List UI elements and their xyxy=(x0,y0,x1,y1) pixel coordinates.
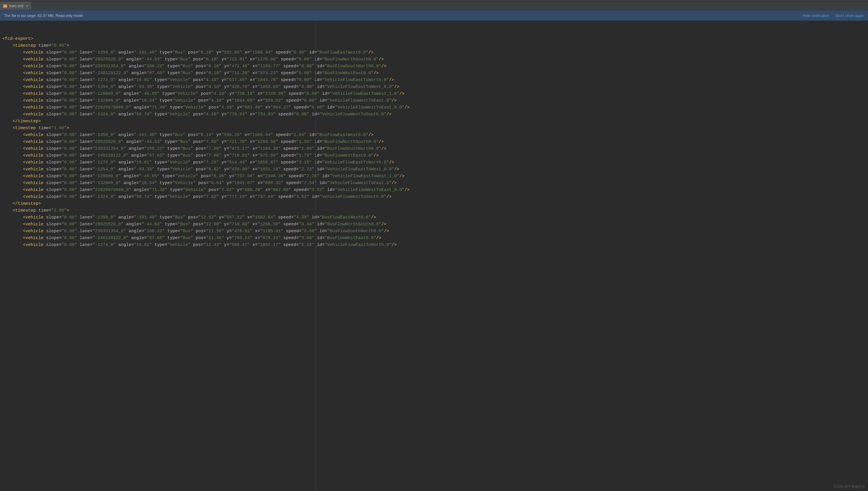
code-editor[interactable]: <fcd-export> <timestep time="0.00"> <veh… xyxy=(0,21,868,491)
file-tab[interactable]: </> train.xml × xyxy=(0,2,31,10)
xml-file-icon: </> xyxy=(3,4,7,8)
hide-notification-link[interactable]: Hide notification xyxy=(803,13,829,18)
dont-show-again-link[interactable]: Don't show again xyxy=(836,13,864,18)
notification-actions: Hide notification Don't show again xyxy=(803,13,864,18)
notification-bar: The file is too large: 82.37 MB. Read-on… xyxy=(0,10,868,21)
svg-text:</>: </> xyxy=(3,5,7,8)
close-tab-icon[interactable]: × xyxy=(26,4,28,8)
watermark: CSDN @宇宙修理员 xyxy=(834,484,865,489)
tab-filename: train.xml xyxy=(9,4,23,8)
notification-message: The file is too large: 82.37 MB. Read-on… xyxy=(4,13,84,18)
editor-tab-bar: </> train.xml × xyxy=(0,2,868,10)
